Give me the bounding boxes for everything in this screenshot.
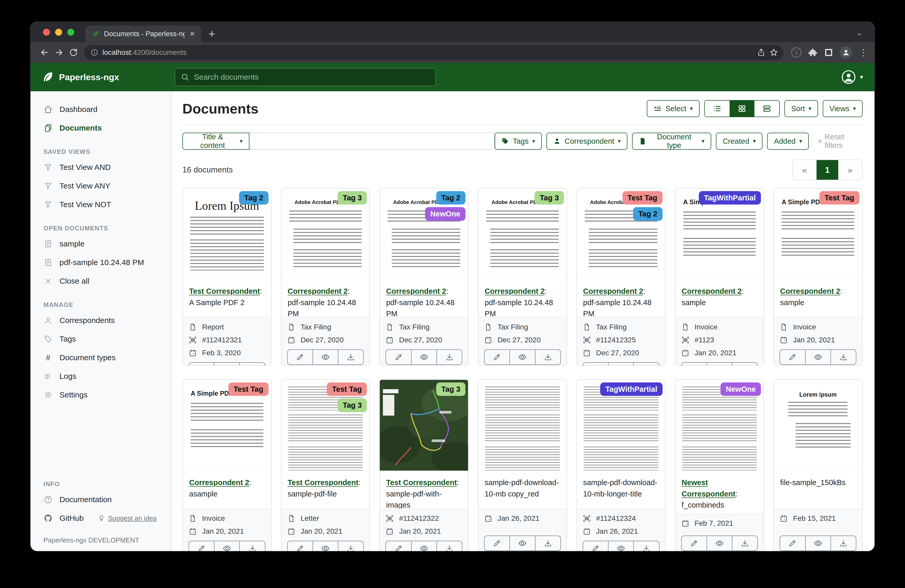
minimize-window-button[interactable]	[55, 29, 62, 36]
sidebar-item-saved-view-and[interactable]: Test View AND	[30, 158, 171, 177]
download-button[interactable]	[535, 536, 561, 551]
document-thumbnail[interactable]: Tag 3	[380, 380, 468, 471]
tag-badge[interactable]: Tag 3	[338, 191, 367, 204]
edit-button[interactable]	[681, 362, 707, 366]
view-button[interactable]	[608, 362, 634, 366]
address-bar[interactable]: localhost:4200/documents	[84, 45, 783, 60]
suggest-an-idea-link[interactable]: Suggest an idea	[98, 514, 157, 522]
reset-filters-link[interactable]: × Reset filters	[818, 133, 862, 150]
download-button[interactable]	[338, 349, 364, 365]
sidebar-item-documentation[interactable]: Documentation	[30, 490, 171, 509]
edit-button[interactable]	[583, 362, 608, 366]
sidebar-item-logs[interactable]: Logs	[30, 367, 171, 385]
view-button[interactable]	[707, 536, 732, 551]
correspondent-link[interactable]: Test Correspondent	[288, 479, 358, 487]
reload-icon[interactable]	[66, 45, 81, 60]
edit-button[interactable]	[780, 349, 805, 365]
tag-badge[interactable]: Tag 3	[535, 191, 564, 204]
tags-filter-button[interactable]: Tags ▾	[495, 133, 542, 150]
download-button[interactable]	[239, 362, 265, 366]
correspondent-link[interactable]: Correspondent 2	[189, 479, 249, 487]
current-page-button[interactable]: 1	[816, 160, 838, 180]
tag-badge[interactable]: Test Tag	[229, 382, 268, 396]
tag-badge[interactable]: Tag 2	[239, 191, 268, 204]
document-thumbnail[interactable]: Tag 3 Adobe Acrobat PDF Files	[478, 189, 567, 279]
document-thumbnail[interactable]: TagWithPartial	[577, 380, 665, 471]
tag-badge[interactable]: NewOne	[721, 382, 761, 396]
document-thumbnail[interactable]: NewOne	[675, 380, 764, 471]
download-button[interactable]	[437, 349, 462, 365]
view-button[interactable]	[510, 536, 535, 551]
side-panel-icon[interactable]	[824, 48, 833, 57]
view-button[interactable]	[805, 536, 831, 551]
download-button[interactable]	[437, 541, 462, 551]
sidebar-item-correspondents[interactable]: Correspondents	[30, 311, 171, 330]
previous-page-button[interactable]: «	[793, 160, 816, 180]
document-thumbnail[interactable]: TagWithPartial A Simple PDF File	[675, 189, 764, 279]
document-thumbnail[interactable]: Tag 2NewOne Adobe Acrobat PDF Files	[380, 189, 468, 279]
view-list-button[interactable]	[705, 101, 730, 117]
sidebar-item-close-all[interactable]: Close all	[30, 272, 171, 290]
document-thumbnail[interactable]	[478, 380, 567, 471]
view-button[interactable]	[313, 541, 338, 551]
view-button[interactable]	[707, 362, 732, 366]
document-thumbnail[interactable]: Lorem ipsum	[774, 380, 862, 471]
correspondent-link[interactable]: Test Correspondent	[189, 287, 260, 295]
title-content-filter-input[interactable]	[249, 133, 495, 150]
correspondent-filter-button[interactable]: Correspondent ▾	[546, 133, 627, 150]
sidebar-item-document-types[interactable]: # Document types	[30, 348, 171, 367]
new-tab-button[interactable]: +	[208, 28, 215, 40]
document-thumbnail[interactable]: Test Tag A Simple PDF File	[183, 380, 271, 471]
bookmark-star-icon[interactable]	[769, 48, 778, 57]
sidebar-item-documents[interactable]: Documents	[30, 119, 171, 137]
share-icon[interactable]	[757, 48, 765, 57]
close-window-button[interactable]	[43, 29, 50, 36]
document-type-filter-button[interactable]: Document type ▾	[632, 133, 711, 150]
download-button[interactable]	[634, 541, 659, 551]
edit-button[interactable]	[386, 349, 411, 365]
view-button[interactable]	[214, 362, 240, 366]
browser-menu-icon[interactable]: ⋮	[859, 47, 868, 58]
tab-search-chevron-icon[interactable]: ⌄	[856, 27, 863, 38]
edit-button[interactable]	[484, 536, 510, 551]
view-button[interactable]	[805, 349, 831, 365]
view-button[interactable]	[608, 541, 634, 551]
document-thumbnail[interactable]: Test Tag A Simple PDF File	[774, 189, 862, 279]
document-thumbnail[interactable]: Tag 3 Adobe Acrobat PDF Files	[281, 189, 370, 279]
created-filter-button[interactable]: Created ▾	[716, 133, 762, 150]
edit-button[interactable]	[681, 536, 707, 551]
select-button[interactable]: Select ▾	[647, 100, 700, 117]
sidebar-item-saved-view-not[interactable]: Test View NOT	[30, 195, 171, 214]
extension-one-icon[interactable]: 1	[791, 47, 802, 58]
search-input[interactable]	[194, 73, 430, 81]
forward-icon[interactable]	[52, 45, 66, 60]
view-button[interactable]	[214, 541, 240, 551]
tag-badge[interactable]: Tag 3	[436, 382, 466, 396]
document-thumbnail[interactable]: Test TagTag 2 Adobe Acrobat PDF Files	[577, 189, 665, 279]
download-button[interactable]	[830, 349, 856, 365]
views-button[interactable]: Views ▾	[823, 100, 862, 117]
view-table-button[interactable]	[754, 101, 779, 117]
sidebar-item-open-doc-pdf-sample[interactable]: pdf-sample 10.24.48 PM	[30, 253, 171, 272]
edit-button[interactable]	[189, 362, 214, 366]
correspondent-link[interactable]: Test Correspondent	[386, 479, 457, 487]
download-button[interactable]	[535, 349, 561, 365]
global-search[interactable]	[175, 68, 436, 86]
edit-button[interactable]	[386, 541, 411, 551]
correspondent-link[interactable]: Correspondent 2	[682, 287, 742, 295]
correspondent-link[interactable]: Newest Correspondent	[682, 479, 735, 498]
tag-badge[interactable]: Tag 2	[436, 191, 466, 204]
download-button[interactable]	[830, 536, 856, 551]
sort-button[interactable]: Sort ▾	[784, 100, 818, 117]
edit-button[interactable]	[583, 541, 608, 551]
tag-badge[interactable]: TagWithPartial	[600, 382, 662, 396]
sidebar-item-open-doc-sample[interactable]: sample	[30, 235, 171, 253]
correspondent-link[interactable]: Correspondent 2	[780, 287, 840, 295]
sidebar-item-github[interactable]: GitHub Suggest an idea	[30, 509, 171, 528]
view-button[interactable]	[313, 349, 338, 365]
sidebar-item-dashboard[interactable]: Dashboard	[30, 100, 171, 119]
correspondent-link[interactable]: Correspondent 2	[288, 287, 348, 295]
correspondent-link[interactable]: Correspondent 2	[484, 287, 545, 295]
document-thumbnail[interactable]: Test TagTag 3	[281, 380, 370, 471]
edit-button[interactable]	[484, 349, 510, 365]
